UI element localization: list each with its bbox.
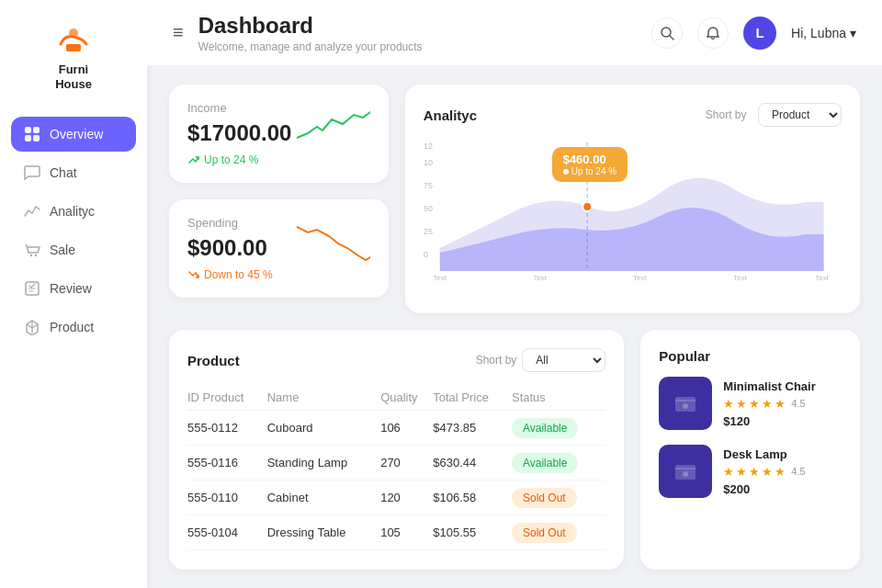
cell-id: 555-0110 xyxy=(187,481,267,515)
chart-tooltip: $460.00 Up to 24 % xyxy=(552,147,628,182)
product-card: Product Short by All Available Sold Out … xyxy=(169,330,624,570)
avatar: L xyxy=(743,17,776,50)
svg-rect-4 xyxy=(33,127,40,133)
sidebar-item-product[interactable]: Product xyxy=(11,310,136,345)
star-icon: ★ xyxy=(723,397,734,411)
page-subtitle: Welcome, manage and analyze your product… xyxy=(198,40,651,53)
user-greeting[interactable]: Hi, Lubna ▾ xyxy=(791,26,856,40)
income-card: Income $17000.00 Up to 24 % xyxy=(169,85,389,183)
product-sort-label: Short by xyxy=(476,354,517,367)
cell-status: Available xyxy=(512,446,605,481)
table-row: 555-0110 Cabinet 120 $106.58 Sold Out xyxy=(187,481,605,515)
cell-id: 555-0104 xyxy=(187,515,267,550)
rating-number: 4.5 xyxy=(791,398,805,409)
table-row: 555-0104 Dressing Table 105 $105.55 Sold… xyxy=(187,515,605,550)
star-icon: ★ xyxy=(762,397,773,411)
popular-item-name: Desk Lamp xyxy=(723,447,842,461)
analytics-card: Analityc Short by Product Category Date … xyxy=(405,85,860,313)
svg-rect-3 xyxy=(25,127,31,133)
income-trend: Up to 24 % xyxy=(187,153,297,166)
svg-text:Text: Text xyxy=(533,274,547,282)
sidebar-item-sale[interactable]: Sale xyxy=(11,232,136,267)
sidebar-label-chat: Chat xyxy=(50,165,77,180)
tooltip-sub: Up to 24 % xyxy=(563,166,616,176)
analytics-sort-wrap: Short by Product Category Date xyxy=(706,103,842,127)
income-label: Income xyxy=(187,101,297,115)
rating-stars: ★★★★★ 4.5 xyxy=(723,397,842,411)
analytics-sort-select[interactable]: Product Category Date xyxy=(758,103,842,127)
spending-chart xyxy=(297,216,370,262)
trend-up-icon xyxy=(187,153,200,166)
star-icon: ★ xyxy=(749,397,760,411)
sidebar-item-review[interactable]: Review xyxy=(11,271,136,306)
sidebar-label-analityc: Analityc xyxy=(50,204,95,219)
header: ≡ Dashboard Welcome, manage and analyze … xyxy=(147,0,882,66)
popular-list: Minimalist Chair ★★★★★ 4.5 $120 Desk Lam… xyxy=(659,377,842,498)
star-icon: ★ xyxy=(723,465,734,479)
svg-text:Text: Text xyxy=(433,274,447,282)
half-star-icon: ★ xyxy=(775,397,786,411)
svg-text:Text: Text xyxy=(633,274,647,282)
list-item: Desk Lamp ★★★★★ 4.5 $200 xyxy=(659,445,842,498)
sidebar-label-product: Product xyxy=(50,320,94,334)
logo-icon xyxy=(53,18,94,59)
chat-icon xyxy=(24,164,40,181)
table-row: 555-0112 Cuboard 106 $473.85 Available xyxy=(187,411,605,446)
nav: Overview Chat Analityc xyxy=(0,117,147,345)
logo-line1: Furni xyxy=(55,62,92,77)
spending-trend: Down to 45 % xyxy=(187,268,297,281)
rating-number: 4.5 xyxy=(791,466,805,477)
header-title-block: Dashboard Welcome, manage and analyze yo… xyxy=(198,13,651,53)
svg-rect-5 xyxy=(25,135,31,141)
sidebar-item-analityc[interactable]: Analityc xyxy=(11,194,136,229)
cell-quality: 105 xyxy=(380,515,433,550)
svg-point-7 xyxy=(30,254,32,256)
svg-rect-1 xyxy=(66,44,81,51)
list-item: Minimalist Chair ★★★★★ 4.5 $120 xyxy=(659,377,842,430)
product-table: ID Product Name Quality Total Price Stat… xyxy=(187,385,605,550)
sidebar-label-sale: Sale xyxy=(50,243,75,257)
sidebar-item-overview[interactable]: Overview xyxy=(11,117,136,152)
product-sort-select[interactable]: All Available Sold Out xyxy=(522,348,605,372)
review-icon xyxy=(24,280,40,297)
star-icon: ★ xyxy=(749,465,760,479)
svg-rect-6 xyxy=(33,135,40,141)
svg-text:50: 50 xyxy=(424,204,433,213)
svg-point-8 xyxy=(35,254,37,256)
popular-item-price: $120 xyxy=(723,414,842,428)
product-header: Product Short by All Available Sold Out xyxy=(187,348,605,372)
svg-text:Text: Text xyxy=(815,274,829,282)
analytics-chart-container: $460.00 Up to 24 % 12 10 75 50 25 0 xyxy=(424,138,842,294)
svg-text:12: 12 xyxy=(424,141,433,151)
rating-stars: ★★★★★ 4.5 xyxy=(723,465,842,479)
spending-card: Spending $900.00 Down to 45 % xyxy=(169,199,389,298)
product-icon xyxy=(24,319,40,335)
svg-text:25: 25 xyxy=(424,227,433,236)
cell-status: Sold Out xyxy=(512,515,605,550)
chevron-down-icon: ▾ xyxy=(850,26,856,40)
sidebar-label-overview: Overview xyxy=(50,127,103,141)
star-icon: ★ xyxy=(762,465,773,479)
svg-text:0: 0 xyxy=(424,250,428,259)
svg-line-11 xyxy=(670,36,673,40)
star-icon: ★ xyxy=(736,397,747,411)
sidebar: Furni House Overview Chat xyxy=(0,0,147,588)
col-quality: Quality xyxy=(380,385,433,411)
product-thumbnail xyxy=(659,445,712,498)
main-content: ≡ Dashboard Welcome, manage and analyze … xyxy=(147,0,882,588)
cell-status: Sold Out xyxy=(512,481,605,515)
search-button[interactable] xyxy=(651,17,683,49)
cell-quality: 106 xyxy=(380,411,433,446)
col-price: Total Price xyxy=(433,385,512,411)
hamburger-button[interactable]: ≡ xyxy=(173,22,184,43)
tooltip-value: $460.00 xyxy=(563,153,616,166)
product-table-title: Product xyxy=(187,353,240,368)
notifications-button[interactable] xyxy=(697,17,729,49)
cell-name: Standing Lamp xyxy=(267,446,380,481)
income-chart xyxy=(297,101,370,147)
sidebar-item-chat[interactable]: Chat xyxy=(11,155,136,190)
sidebar-label-review: Review xyxy=(50,281,92,296)
income-value: $17000.00 xyxy=(187,120,297,146)
popular-card: Popular Minimalist Chair ★★★★★ 4.5 $120 xyxy=(640,330,860,570)
half-star-icon: ★ xyxy=(775,465,786,479)
